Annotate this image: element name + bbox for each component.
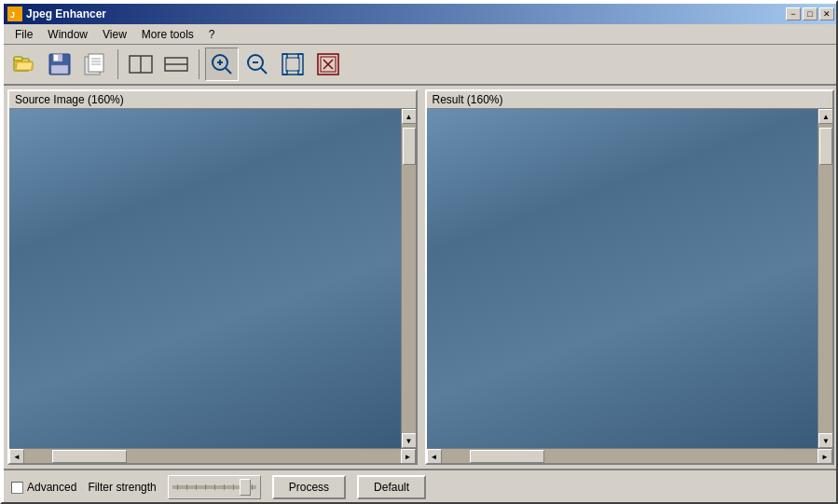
svg-line-22 [226,68,231,74]
result-image [427,109,818,448]
source-scroll-area[interactable] [9,109,401,448]
menu-more-tools[interactable]: More tools [134,26,201,43]
separator-2 [199,49,199,79]
menu-bar: File Window View More tools ? [4,24,838,45]
menu-help[interactable]: ? [201,26,223,43]
svg-rect-11 [89,54,103,72]
result-vscroll-up[interactable]: ▲ [818,109,832,124]
source-vscroll-track[interactable] [402,124,416,433]
result-vscroll-thumb[interactable] [819,128,832,165]
result-panel-title: Result (160%) [427,91,833,109]
window-title: Jpeg Enhancer [26,7,106,20]
advanced-checkbox[interactable] [11,482,23,494]
zoom-in-button[interactable] [205,48,239,81]
source-vscroll-thumb[interactable] [403,128,416,165]
svg-line-25 [261,68,267,74]
minimize-button[interactable]: − [786,7,801,20]
result-hscroll-thumb[interactable] [470,450,544,463]
zoom-in-icon [210,52,234,76]
tick-7 [233,484,234,490]
source-image [9,109,401,448]
layout-button[interactable] [159,48,193,81]
menu-view[interactable]: View [95,26,134,43]
source-vscroll-down[interactable]: ▼ [402,433,416,448]
svg-rect-26 [282,54,303,75]
menu-file[interactable]: File [7,26,40,43]
split-icon [129,52,153,76]
source-panel-title: Source Image (160%) [9,91,416,109]
filter-strength-label: Filter strength [88,481,156,494]
tick-5 [214,484,215,490]
separator-1 [117,49,118,79]
copy-icon [83,52,107,76]
source-hscroll-thumb[interactable] [52,450,127,463]
result-vscroll[interactable]: ▲ ▼ [817,109,832,448]
filter-strength-slider-container[interactable] [168,475,261,499]
fit-window-button[interactable] [276,48,309,81]
layout-icon [164,52,188,76]
bottom-bar: Advanced Filter strength [4,469,838,504]
save-icon [48,52,72,76]
source-vscroll-up[interactable]: ▲ [402,109,416,124]
close-button[interactable]: ✕ [819,7,834,20]
default-button[interactable]: Default [357,475,426,499]
menu-window[interactable]: Window [40,26,95,43]
filter-strength-track[interactable] [172,485,256,489]
tick-6 [224,484,225,490]
result-hscroll-right[interactable]: ► [817,449,832,464]
source-hscroll-left[interactable]: ◄ [9,449,24,464]
zoom-out-icon [245,52,269,76]
actual-size-icon [316,52,340,76]
source-viewport: ▲ ▼ [9,109,416,448]
source-panel: Source Image (160%) ▲ ▼ [7,89,418,465]
svg-rect-27 [286,58,299,71]
open-button[interactable] [7,48,41,81]
result-vscroll-down[interactable]: ▼ [818,433,832,448]
tick-3 [196,484,197,490]
window-controls: − □ ✕ [786,7,834,20]
advanced-checkbox-container: Advanced [11,481,76,494]
split-button[interactable] [124,48,158,81]
tick-4 [205,484,206,490]
panels-container: Source Image (160%) ▲ ▼ [4,86,838,469]
save-button[interactable] [43,48,76,81]
svg-marker-5 [16,62,33,70]
open-icon [12,52,36,76]
actual-size-button[interactable] [311,48,345,81]
svg-rect-8 [54,55,58,61]
source-hscroll[interactable]: ◄ ► [9,448,416,463]
result-scroll-area[interactable] [427,109,818,448]
result-viewport: ▲ ▼ [427,109,833,448]
source-hscroll-right[interactable]: ► [401,449,416,464]
toolbar [4,45,838,86]
result-hscroll-track[interactable] [442,449,818,463]
fit-icon [281,52,305,76]
tick-9 [252,484,253,490]
svg-rect-3 [14,57,22,61]
result-hscroll[interactable]: ◄ ► [427,448,833,463]
result-hscroll-left[interactable]: ◄ [427,449,442,464]
title-bar: J Jpeg Enhancer − □ ✕ [4,4,838,24]
process-button[interactable]: Process [272,475,346,499]
application-window: J Jpeg Enhancer − □ ✕ File Window View M… [0,0,838,504]
zoom-out-button[interactable] [240,48,274,81]
svg-rect-9 [51,65,68,74]
tick-1 [177,484,178,490]
result-panel: Result (160%) ▲ ▼ [425,89,835,465]
result-vscroll-track[interactable] [818,124,832,433]
app-icon: J [7,7,22,21]
copy-button[interactable] [78,48,112,81]
source-hscroll-track[interactable] [24,449,401,463]
tick-2 [186,484,187,490]
maximize-button[interactable]: □ [803,7,817,20]
filter-strength-thumb[interactable] [240,479,251,496]
svg-text:J: J [10,10,15,20]
source-vscroll[interactable]: ▲ ▼ [401,109,416,448]
advanced-label: Advanced [27,481,76,494]
main-content: Source Image (160%) ▲ ▼ [4,86,838,504]
